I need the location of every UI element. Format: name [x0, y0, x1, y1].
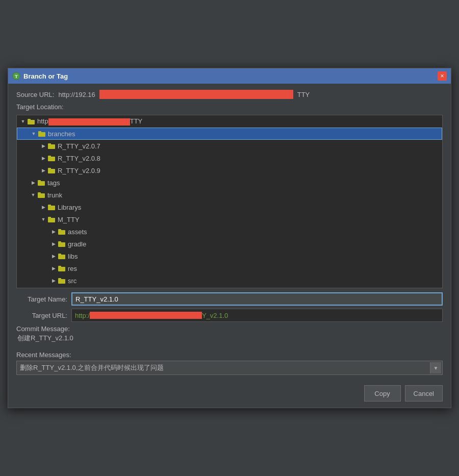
svg-rect-16: [48, 206, 55, 210]
res-label: res: [68, 265, 77, 272]
tree-item-librarys[interactable]: Librarys: [17, 201, 442, 213]
tree-item-r208[interactable]: R_TTY_v2.0.8: [17, 152, 442, 164]
commit-section: Commit Message: 创建R_TTY_v2.1.0: [16, 325, 443, 343]
svg-rect-20: [58, 230, 65, 235]
gradle-arrow: [49, 240, 58, 248]
svg-rect-15: [38, 192, 41, 194]
tree-item-res[interactable]: res: [17, 262, 442, 274]
trunk-arrow: [29, 191, 37, 199]
svg-rect-18: [48, 218, 55, 222]
recent-messages-dropdown[interactable]: 删除R_TTY_v2.1.0,之前合并代码时候出现了问题 ▼: [16, 361, 443, 375]
root-label: httpTTY: [37, 117, 142, 126]
source-url-row: Source URL: http://192.16 TTY: [16, 90, 443, 99]
r208-folder-icon: [47, 154, 56, 162]
svg-rect-28: [58, 279, 65, 284]
svg-rect-2: [28, 120, 35, 124]
cancel-button[interactable]: Cancel: [405, 385, 443, 402]
librarys-label: Librarys: [58, 204, 81, 211]
commit-message-label: Commit Message:: [16, 325, 443, 333]
svg-rect-13: [38, 180, 41, 182]
mtty-folder-icon: [47, 215, 56, 223]
form-section: Target Name: Target URL: http:/ Y_v2.1.0…: [16, 292, 443, 343]
svg-rect-23: [58, 241, 61, 243]
source-url-label: Source URL:: [16, 91, 54, 98]
tree-item-branches[interactable]: branches: [17, 128, 442, 140]
recent-messages-current: 删除R_TTY_v2.1.0,之前合并代码时候出现了问题: [20, 363, 430, 372]
tree-item-gradle[interactable]: gradle: [17, 238, 442, 250]
tree-container[interactable]: httpTTY branches R_TTY_v2.0.7: [16, 115, 443, 288]
svg-rect-11: [48, 168, 51, 169]
svg-rect-6: [48, 144, 55, 149]
dialog-title: Branch or Tag: [23, 72, 68, 80]
libs-label: libs: [68, 253, 78, 260]
source-url-redacted: [99, 90, 293, 99]
r209-label: R_TTY_v2.0.9: [58, 167, 100, 174]
svg-rect-5: [38, 131, 41, 133]
tree-item-libs[interactable]: libs: [17, 250, 442, 262]
res-folder-icon: [58, 264, 66, 272]
title-bar: T Branch or Tag ×: [8, 68, 451, 84]
branches-folder-icon: [38, 130, 46, 138]
copy-button[interactable]: Copy: [364, 385, 401, 402]
r207-label: R_TTY_v2.0.7: [58, 142, 100, 150]
mtty-arrow: [39, 215, 47, 223]
branches-label: branches: [48, 130, 75, 138]
r209-folder-icon: [47, 166, 56, 174]
target-url-label: Target URL:: [16, 312, 67, 319]
assets-label: assets: [68, 228, 87, 236]
target-url-prefix: http:/: [75, 312, 90, 319]
svg-rect-25: [58, 254, 61, 255]
svg-rect-9: [48, 156, 51, 157]
src-label: src: [68, 277, 76, 285]
gradle-label: gradle: [68, 240, 86, 248]
svg-rect-22: [58, 242, 65, 247]
close-button[interactable]: ×: [438, 71, 447, 81]
svg-rect-17: [48, 205, 51, 206]
svg-rect-4: [38, 132, 45, 137]
r208-arrow: [39, 154, 47, 162]
src-arrow: [49, 277, 58, 285]
svg-rect-26: [58, 267, 65, 271]
branch-or-tag-dialog: T Branch or Tag × Source URL: http://192…: [8, 68, 451, 408]
tags-folder-icon: [37, 179, 45, 187]
target-name-label: Target Name:: [16, 295, 67, 303]
gradle-folder-icon: [58, 240, 66, 248]
tree-item-mtty[interactable]: M_TTY: [17, 213, 442, 226]
app-icon: T: [12, 72, 20, 80]
res-arrow: [49, 264, 58, 272]
target-url-display: http:/ Y_v2.1.0: [71, 309, 443, 322]
svg-rect-27: [58, 266, 61, 267]
tree-item-r209[interactable]: R_TTY_v2.0.9: [17, 164, 442, 177]
tree-item-src[interactable]: src: [17, 274, 442, 287]
librarys-folder-icon: [47, 203, 56, 211]
r209-arrow: [39, 166, 47, 174]
target-name-input[interactable]: [71, 292, 443, 306]
target-location-label: Target Location:: [16, 103, 443, 111]
tree-item-assets[interactable]: assets: [17, 226, 442, 238]
r207-arrow: [39, 142, 47, 150]
tags-arrow: [29, 179, 37, 187]
recent-messages-section: Recent Messages: 删除R_TTY_v2.1.0,之前合并代码时候…: [16, 351, 443, 375]
svg-rect-12: [38, 181, 45, 186]
source-url-suffix: TTY: [297, 91, 310, 98]
target-url-suffix: Y_v2.1.0: [202, 312, 228, 319]
svg-rect-29: [58, 278, 61, 280]
recent-messages-label: Recent Messages:: [16, 351, 443, 359]
tree-root[interactable]: httpTTY: [17, 115, 442, 128]
svg-rect-8: [48, 157, 55, 161]
tree-item-trunk[interactable]: trunk: [17, 189, 442, 201]
svg-rect-7: [48, 143, 51, 145]
root-folder-icon: [27, 117, 35, 126]
src-folder-icon: [58, 277, 66, 285]
mtty-label: M_TTY: [58, 216, 80, 223]
tree-item-r207[interactable]: R_TTY_v2.0.7: [17, 140, 442, 152]
dropdown-arrow-icon: ▼: [430, 362, 441, 373]
svg-rect-24: [58, 255, 65, 259]
dialog-body: Source URL: http://192.16 TTY Target Loc…: [8, 84, 451, 381]
svg-rect-19: [48, 217, 51, 218]
title-bar-left: T Branch or Tag: [12, 72, 68, 80]
libs-folder-icon: [58, 252, 66, 260]
tags-label: tags: [47, 179, 60, 187]
svg-rect-14: [38, 193, 45, 198]
tree-item-tags[interactable]: tags: [17, 177, 442, 189]
